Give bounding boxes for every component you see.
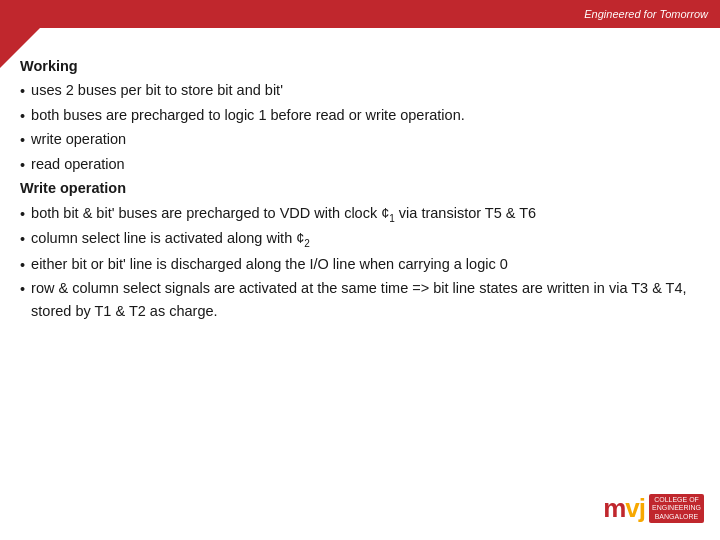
bullet-item-6: • column select line is activated along …	[20, 227, 700, 251]
section1-heading: Working	[20, 55, 700, 77]
mvj-logo-area: mvj COLLEGE OF ENGINEERING BANGALORE	[603, 493, 704, 524]
main-content: Working • uses 2 buses per bit to store …	[20, 55, 700, 520]
bullet-dot-8: •	[20, 278, 25, 300]
bullet-text-4: read operation	[31, 153, 125, 175]
logo-letter-m: m	[603, 493, 625, 524]
bullet-item-2: • both buses are precharged to logic 1 b…	[20, 104, 700, 127]
bullet-dot-7: •	[20, 254, 25, 276]
bullet-text-2: both buses are precharged to logic 1 bef…	[31, 104, 465, 126]
bullet-text-6: column select line is activated along wi…	[31, 227, 310, 251]
header-bar: Engineered for Tomorrow	[0, 0, 720, 28]
bullet-text-8: row & column select signals are activate…	[31, 277, 700, 322]
bullet-item-3: • write operation	[20, 128, 700, 151]
logo-badge-line3: BANGALORE	[652, 513, 701, 521]
bullet-dot-6: •	[20, 228, 25, 250]
bullet-text-5: both bit & bit' buses are precharged to …	[31, 202, 536, 226]
section2-heading: Write operation	[20, 177, 700, 199]
bullet-item-1: • uses 2 buses per bit to store bit and …	[20, 79, 700, 102]
bullet-dot-5: •	[20, 203, 25, 225]
logo-badge: COLLEGE OF ENGINEERING BANGALORE	[649, 494, 704, 523]
mvj-logo: mvj	[603, 493, 645, 524]
bullet-item-5: • both bit & bit' buses are precharged t…	[20, 202, 700, 226]
bullet-item-7: • either bit or bit' line is discharged …	[20, 253, 700, 276]
logo-badge-line1: COLLEGE OF	[652, 496, 701, 504]
header-tagline: Engineered for Tomorrow	[584, 8, 708, 20]
bullet-dot-3: •	[20, 129, 25, 151]
bullet-dot-1: •	[20, 80, 25, 102]
bullet-item-4: • read operation	[20, 153, 700, 176]
bullet-dot-4: •	[20, 154, 25, 176]
logo-letters-vj: vj	[625, 493, 645, 524]
bullet-item-8: • row & column select signals are activa…	[20, 277, 700, 322]
bullet-text-7: either bit or bit' line is discharged al…	[31, 253, 508, 275]
bullet-text-3: write operation	[31, 128, 126, 150]
logo-badge-line2: ENGINEERING	[652, 504, 701, 512]
bullet-text-1: uses 2 buses per bit to store bit and bi…	[31, 79, 283, 101]
bullet-dot-2: •	[20, 105, 25, 127]
